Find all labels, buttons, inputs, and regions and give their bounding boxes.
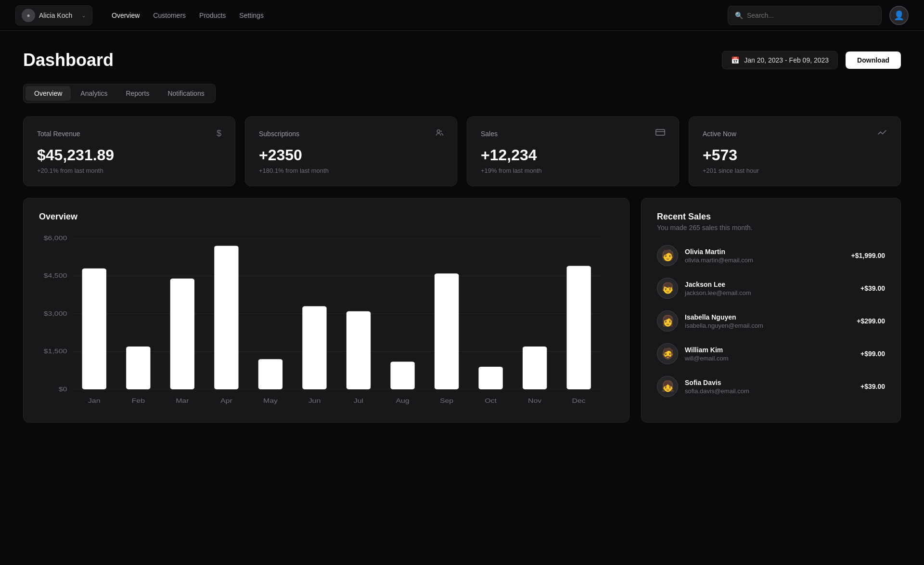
svg-text:Jul: Jul: [354, 398, 363, 404]
page-header: Dashboard 📅 Jan 20, 2023 - Feb 09, 2023 …: [23, 50, 901, 70]
tab-overview[interactable]: Overview: [26, 86, 71, 101]
svg-text:$1,500: $1,500: [44, 348, 67, 355]
bar-chart: $0$1,500$3,000$4,500$6,000JanFebMarAprMa…: [39, 233, 614, 407]
tab-analytics[interactable]: Analytics: [72, 86, 116, 101]
stat-card-header-subscriptions: Subscriptions: [259, 128, 443, 139]
stat-label-active: Active Now: [703, 130, 736, 138]
nav-links: Overview Customers Products Settings: [112, 12, 264, 19]
svg-text:$4,500: $4,500: [44, 272, 67, 279]
sale-amount: +$299.00: [857, 317, 885, 325]
recent-sales-subtitle: You made 265 sales this month.: [657, 224, 885, 231]
stat-card-header-active: Active Now: [703, 128, 887, 139]
svg-rect-25: [346, 311, 371, 389]
sale-email: will@email.com: [685, 355, 854, 362]
activity-icon: [877, 128, 887, 139]
svg-rect-15: [126, 347, 150, 389]
stat-card-header-revenue: Total Revenue $: [37, 128, 221, 139]
chevron-down-icon: ⌄: [81, 12, 86, 19]
svg-text:Aug: Aug: [396, 398, 409, 404]
svg-text:Apr: Apr: [220, 398, 232, 404]
sale-amount: +$39.00: [860, 284, 885, 292]
svg-rect-13: [82, 269, 106, 389]
sale-avatar: 🧑: [657, 245, 678, 266]
tab-reports[interactable]: Reports: [117, 86, 158, 101]
download-button[interactable]: Download: [846, 51, 901, 69]
sale-item: 👦 Jackson Lee jackson.lee@email.com +$39…: [657, 278, 885, 299]
nav-right: 🔍 👤: [728, 6, 909, 25]
sale-amount: +$99.00: [860, 350, 885, 358]
sale-item: 🧔 William Kim will@email.com +$99.00: [657, 343, 885, 364]
svg-rect-35: [567, 266, 591, 389]
user-selector[interactable]: ● Alicia Koch ⌄: [15, 5, 92, 26]
stat-sub-sales: +19% from last month: [481, 167, 665, 174]
svg-text:Mar: Mar: [176, 398, 189, 404]
calendar-icon: 📅: [731, 56, 739, 64]
svg-point-0: [437, 130, 440, 133]
nav-link-customers[interactable]: Customers: [153, 12, 186, 19]
sale-info: Sofia Davis sofia.davis@email.com: [685, 379, 854, 395]
stat-card-header-sales: Sales: [481, 128, 665, 139]
stats-row: Total Revenue $ $45,231.89 +20.1% from l…: [23, 116, 901, 186]
sale-name: Isabella Nguyen: [685, 313, 850, 321]
stat-label-revenue: Total Revenue: [37, 130, 80, 138]
sale-amount: +$1,999.00: [851, 252, 885, 259]
sale-item: 👩 Isabella Nguyen isabella.nguyen@email.…: [657, 310, 885, 332]
stat-value-sales: +12,234: [481, 146, 665, 164]
sale-email: sofia.davis@email.com: [685, 387, 854, 395]
stat-card-active: Active Now +573 +201 since last hour: [689, 116, 901, 186]
svg-rect-29: [435, 273, 459, 389]
page-title: Dashboard: [23, 50, 114, 70]
stat-label-sales: Sales: [481, 130, 498, 138]
svg-text:Jun: Jun: [308, 398, 321, 404]
svg-rect-23: [302, 306, 326, 389]
sale-info: Jackson Lee jackson.lee@email.com: [685, 281, 854, 296]
sale-avatar: 👦: [657, 278, 678, 299]
sale-avatar: 👧: [657, 376, 678, 397]
stat-card-subscriptions: Subscriptions +2350 +180.1% from last mo…: [245, 116, 457, 186]
svg-text:$6,000: $6,000: [44, 235, 67, 242]
sale-info: Isabella Nguyen isabella.nguyen@email.co…: [685, 313, 850, 329]
navbar: ● Alicia Koch ⌄ Overview Customers Produ…: [0, 0, 924, 31]
stat-value-revenue: $45,231.89: [37, 146, 221, 164]
stat-card-sales: Sales +12,234 +19% from last month: [467, 116, 679, 186]
stat-card-revenue: Total Revenue $ $45,231.89 +20.1% from l…: [23, 116, 235, 186]
chart-area: $0$1,500$3,000$4,500$6,000JanFebMarAprMa…: [39, 233, 614, 407]
sale-name: William Kim: [685, 346, 854, 354]
sale-item: 👧 Sofia Davis sofia.davis@email.com +$39…: [657, 376, 885, 397]
users-icon: [435, 128, 443, 139]
sale-info: William Kim will@email.com: [685, 346, 854, 362]
search-icon: 🔍: [735, 12, 743, 19]
nav-link-overview[interactable]: Overview: [112, 12, 140, 19]
svg-rect-19: [214, 246, 238, 389]
recent-sales-card: Recent Sales You made 265 sales this mon…: [641, 198, 901, 423]
svg-text:Sep: Sep: [440, 398, 453, 404]
date-range-label: Jan 20, 2023 - Feb 09, 2023: [744, 56, 829, 64]
chart-card: Overview $0$1,500$3,000$4,500$6,000JanFe…: [23, 198, 629, 423]
sale-email: isabella.nguyen@email.com: [685, 322, 850, 329]
nav-link-settings[interactable]: Settings: [239, 12, 264, 19]
search-input[interactable]: [747, 12, 874, 19]
stat-value-active: +573: [703, 146, 887, 164]
user-avatar: ●: [22, 9, 35, 22]
stat-value-subscriptions: +2350: [259, 146, 443, 164]
svg-rect-27: [390, 361, 414, 389]
svg-text:May: May: [263, 398, 278, 404]
sales-list: 🧑 Olivia Martin olivia.martin@email.com …: [657, 245, 885, 397]
sale-avatar: 🧔: [657, 343, 678, 364]
main-content: Dashboard 📅 Jan 20, 2023 - Feb 09, 2023 …: [0, 31, 924, 442]
tab-notifications[interactable]: Notifications: [159, 86, 213, 101]
sale-info: Olivia Martin olivia.martin@email.com: [685, 248, 845, 264]
recent-sales-title: Recent Sales: [657, 212, 885, 222]
profile-avatar[interactable]: 👤: [889, 6, 909, 25]
date-range-button[interactable]: 📅 Jan 20, 2023 - Feb 09, 2023: [722, 51, 838, 69]
stat-sub-subscriptions: +180.1% from last month: [259, 167, 443, 174]
dashboard-tabs: Overview Analytics Reports Notifications: [23, 84, 216, 103]
svg-rect-33: [523, 347, 547, 389]
svg-rect-1: [656, 129, 665, 135]
search-bar[interactable]: 🔍: [728, 6, 882, 25]
stat-label-subscriptions: Subscriptions: [259, 130, 299, 138]
header-right: 📅 Jan 20, 2023 - Feb 09, 2023 Download: [722, 51, 901, 69]
sale-email: jackson.lee@email.com: [685, 289, 854, 296]
svg-text:$0: $0: [59, 386, 67, 393]
nav-link-products[interactable]: Products: [199, 12, 226, 19]
